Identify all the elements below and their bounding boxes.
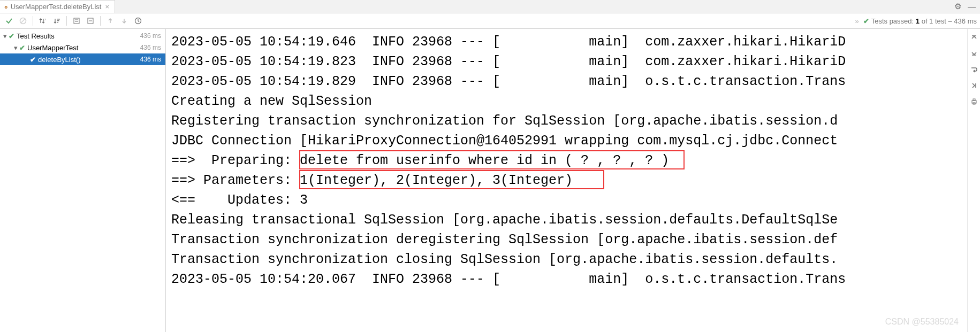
console-line: Registering transaction synchronization …	[171, 111, 975, 131]
run-tab-icon: ‹›	[4, 3, 7, 11]
test-toolbar: z » ✔ Tests passed: 1 of 1 test – 436 ms	[0, 13, 980, 29]
tree-duration: 436 ms	[140, 56, 161, 63]
show-ignored-button[interactable]	[17, 15, 29, 27]
console-line: Transaction synchronization closing SqlS…	[171, 250, 975, 269]
test-history-button[interactable]	[132, 15, 144, 27]
console-line: <== Updates: 3	[171, 190, 975, 210]
console-output[interactable]: 2023-05-05 10:54:19.646 INFO 23968 --- […	[166, 29, 980, 332]
tree-label: Test Results	[17, 32, 140, 40]
console-line: 2023-05-05 10:54:19.646 INFO 23968 --- […	[171, 32, 975, 52]
scroll-down-icon[interactable]	[970, 49, 978, 58]
tree-method[interactable]: ✔ deleteByList() 436 ms	[0, 53, 165, 65]
console-line: JDBC Connection [HikariProxyConnection@1…	[171, 131, 975, 151]
scroll-up-icon[interactable]	[970, 33, 978, 42]
svg-rect-16	[973, 99, 975, 101]
tree-class[interactable]: ✔ UserMapperTest 436 ms	[0, 42, 165, 53]
svg-rect-5	[57, 22, 58, 23]
collapse-all-button[interactable]	[85, 15, 96, 27]
tree-label: UserMapperTest	[27, 44, 140, 52]
check-icon: ✔	[863, 17, 869, 25]
tree-duration: 436 ms	[140, 32, 161, 40]
tab-run-config[interactable]: ‹› UserMapperTest.deleteByList ×	[0, 0, 115, 13]
show-passed-button[interactable]	[3, 15, 15, 27]
tests-status: ✔ Tests passed: 1 of 1 test – 436 ms	[863, 17, 977, 25]
expand-all-button[interactable]	[71, 15, 82, 27]
console-line: Releasing transactional SqlSession [org.…	[171, 210, 975, 230]
svg-rect-3	[57, 19, 60, 20]
console-line: Transaction synchronization deregisterin…	[171, 230, 975, 250]
console-line: 2023-05-05 10:54:19.829 INFO 23968 --- […	[171, 72, 975, 91]
soft-wrap-icon[interactable]	[970, 65, 978, 74]
sort-button[interactable]: z	[37, 15, 49, 27]
tree-root[interactable]: ✔ Test Results 436 ms	[0, 30, 165, 42]
annotation-box-sql	[299, 150, 685, 169]
console-gutter	[967, 29, 980, 332]
tree-duration: 436 ms	[140, 44, 161, 51]
tab-title: UserMapperTest.deleteByList	[11, 3, 102, 11]
watermark: CSDN @55385024	[885, 317, 959, 327]
next-failed-button[interactable]	[118, 15, 130, 27]
svg-text:z: z	[44, 18, 46, 21]
test-tree[interactable]: ✔ Test Results 436 ms ✔ UserMapperTest 4…	[0, 29, 166, 332]
print-icon[interactable]	[970, 97, 978, 106]
scroll-to-end-icon[interactable]	[970, 81, 978, 90]
console-line: 2023-05-05 10:54:20.067 INFO 23968 --- […	[171, 269, 975, 289]
tab-bar: ‹› UserMapperTest.deleteByList × ⚙ —	[0, 0, 980, 13]
gear-icon[interactable]: ⚙	[954, 2, 961, 11]
svg-rect-4	[57, 20, 59, 21]
minimize-icon[interactable]: —	[968, 2, 976, 11]
sort-by-duration-button[interactable]	[51, 15, 63, 27]
console-line: 2023-05-05 10:54:19.823 INFO 23968 --- […	[171, 52, 975, 72]
svg-line-1	[21, 19, 25, 23]
prev-failed-button[interactable]	[104, 15, 116, 27]
more-icon[interactable]: »	[855, 17, 859, 25]
annotation-box-params	[299, 170, 604, 189]
svg-rect-6	[74, 18, 79, 24]
console-line: Creating a new SqlSession	[171, 91, 975, 111]
tree-label: deleteByList()	[38, 56, 140, 64]
close-icon[interactable]: ×	[104, 3, 110, 11]
